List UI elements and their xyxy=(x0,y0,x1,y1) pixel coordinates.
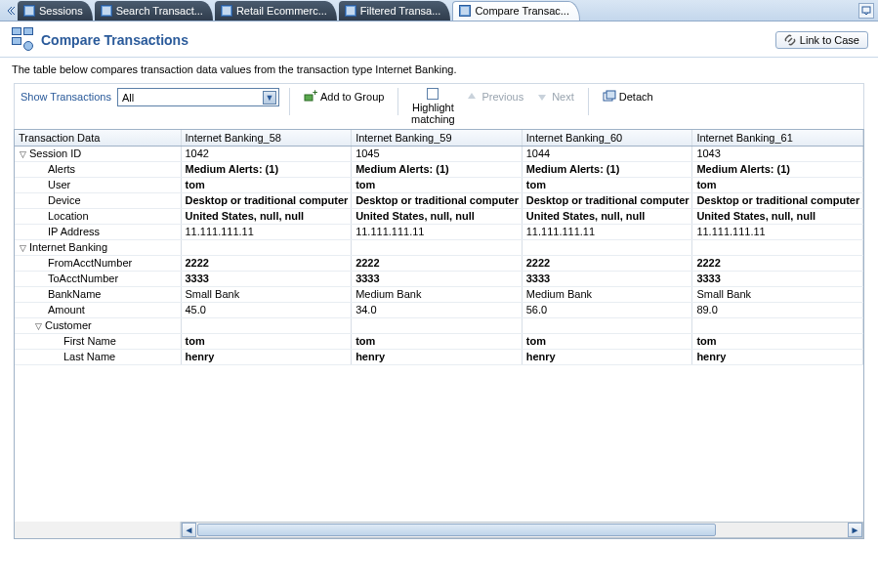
tab-label: Compare Transac... xyxy=(475,5,569,17)
previous-label: Previous xyxy=(481,91,523,103)
cell-value: Small Bank xyxy=(181,286,352,302)
scroll-right-button[interactable]: ► xyxy=(848,523,862,537)
cell-value: henry xyxy=(352,349,523,364)
show-transactions-select[interactable]: All ▼ xyxy=(117,88,279,106)
tab-scroll-left[interactable] xyxy=(4,4,18,18)
cell-value: 11.111.111.11 xyxy=(522,224,692,239)
cell-value: tom xyxy=(181,333,352,349)
arrow-down-icon xyxy=(535,90,549,104)
svg-rect-9 xyxy=(606,91,615,99)
overflow-icon xyxy=(861,6,871,16)
tab-icon xyxy=(101,5,112,17)
cell-value: 34.0 xyxy=(352,302,523,317)
column-header-key[interactable]: Transaction Data xyxy=(15,130,181,146)
comparison-table: Transaction DataInternet Banking_58Inter… xyxy=(14,129,864,539)
column-header-value[interactable]: Internet Banking_61 xyxy=(692,130,863,146)
cell-value xyxy=(692,239,863,255)
cell-value: Medium Alerts: (1) xyxy=(181,161,352,177)
row-label: User xyxy=(15,177,181,192)
table-row: Usertomtomtomtom xyxy=(15,177,863,192)
cell-value: 3333 xyxy=(181,271,352,286)
cell-value: 11.111.111.11 xyxy=(352,224,523,239)
compare-icon xyxy=(10,27,35,53)
scroll-left-button[interactable]: ◄ xyxy=(182,523,196,537)
tab-icon xyxy=(23,5,35,17)
detach-label: Detach xyxy=(619,91,653,103)
add-to-group-button[interactable]: + Add to Group xyxy=(300,88,388,105)
tab-1[interactable]: Search Transact... xyxy=(95,1,213,21)
cell-value xyxy=(522,239,692,255)
tree-toggle-icon[interactable]: ▽ xyxy=(19,149,27,159)
tab-label: Retail Ecommerc... xyxy=(236,5,327,17)
tab-overflow-button[interactable] xyxy=(858,3,874,19)
tab-4[interactable]: Compare Transac... xyxy=(452,1,580,21)
svg-rect-0 xyxy=(25,7,33,15)
row-label: ▽Internet Banking xyxy=(15,239,181,255)
table-row: DeviceDesktop or traditional computerDes… xyxy=(15,192,863,208)
tab-icon xyxy=(345,5,356,17)
cell-value: Desktop or traditional computer xyxy=(692,192,863,208)
detach-button[interactable]: Detach xyxy=(599,88,657,105)
cell-value: 11.111.111.11 xyxy=(692,224,863,239)
page-title: Compare Transactions xyxy=(41,32,188,48)
cell-value: tom xyxy=(522,333,692,349)
highlight-matching-checkbox[interactable] xyxy=(427,88,439,100)
cell-value: henry xyxy=(522,349,692,364)
detach-icon xyxy=(603,90,616,104)
cell-value: henry xyxy=(181,349,352,364)
tab-label: Sessions xyxy=(39,5,83,17)
link-icon xyxy=(784,34,796,46)
column-header-value[interactable]: Internet Banking_60 xyxy=(522,130,692,146)
row-label: Device xyxy=(15,192,181,208)
highlight-matching-label: Highlight matching xyxy=(408,102,457,125)
cell-value: Medium Bank xyxy=(522,286,692,302)
tab-label: Filtered Transa... xyxy=(360,5,441,17)
cell-value: 3333 xyxy=(522,271,692,286)
column-header-value[interactable]: Internet Banking_58 xyxy=(181,130,352,146)
link-to-case-button[interactable]: Link to Case xyxy=(775,31,868,49)
show-transactions-value: All xyxy=(122,92,134,104)
table-row: FromAcctNumber2222222222222222 xyxy=(15,255,863,271)
toolbar: Show Transactions All ▼ + Add to Group H… xyxy=(14,83,864,129)
cell-value: Medium Alerts: (1) xyxy=(692,161,863,177)
cell-value: tom xyxy=(352,333,523,349)
row-label: BankName xyxy=(15,286,181,302)
dropdown-arrow-icon: ▼ xyxy=(263,91,276,105)
highlight-matching-control: Highlight matching xyxy=(408,88,457,125)
cell-value: 45.0 xyxy=(181,302,352,317)
cell-value: tom xyxy=(692,333,863,349)
table-row: BankNameSmall BankMedium BankMedium Bank… xyxy=(15,286,863,302)
tree-toggle-icon[interactable]: ▽ xyxy=(19,243,27,253)
cell-value: 11.111.111.11 xyxy=(181,224,352,239)
cell-value xyxy=(692,317,863,333)
cell-value: 1044 xyxy=(522,146,692,161)
scroll-thumb[interactable] xyxy=(197,524,716,536)
row-label: Location xyxy=(15,208,181,224)
table-row: ▽Session ID1042104510441043 xyxy=(15,146,863,161)
previous-button[interactable]: Previous xyxy=(461,88,527,105)
tab-icon xyxy=(459,5,471,17)
cell-value: Medium Alerts: (1) xyxy=(352,161,523,177)
tab-2[interactable]: Retail Ecommerc... xyxy=(215,1,337,21)
next-button[interactable]: Next xyxy=(531,88,578,105)
tree-toggle-icon[interactable]: ▽ xyxy=(34,321,43,331)
tab-3[interactable]: Filtered Transa... xyxy=(339,1,451,21)
tab-label: Search Transact... xyxy=(116,5,203,17)
column-header-value[interactable]: Internet Banking_59 xyxy=(352,130,523,146)
show-transactions-label: Show Transactions xyxy=(21,88,111,103)
cell-value: 2222 xyxy=(181,255,352,271)
tab-bar: SessionsSearch Transact...Retail Ecommer… xyxy=(0,0,878,21)
link-to-case-label: Link to Case xyxy=(800,34,859,46)
cell-value: 3333 xyxy=(692,271,863,286)
tab-0[interactable]: Sessions xyxy=(18,1,93,21)
chevron-left-icon xyxy=(7,7,15,15)
cell-value: 1043 xyxy=(692,146,863,161)
add-to-group-icon: + xyxy=(304,90,317,104)
svg-rect-1 xyxy=(103,7,110,15)
arrow-up-icon xyxy=(465,90,479,104)
cell-value xyxy=(522,317,692,333)
table-row: Last Namehenryhenryhenryhenry xyxy=(15,349,863,364)
table-row: Amount45.034.056.089.0 xyxy=(15,302,863,317)
table-row: ▽Internet Banking xyxy=(15,239,863,255)
next-label: Next xyxy=(552,91,574,103)
